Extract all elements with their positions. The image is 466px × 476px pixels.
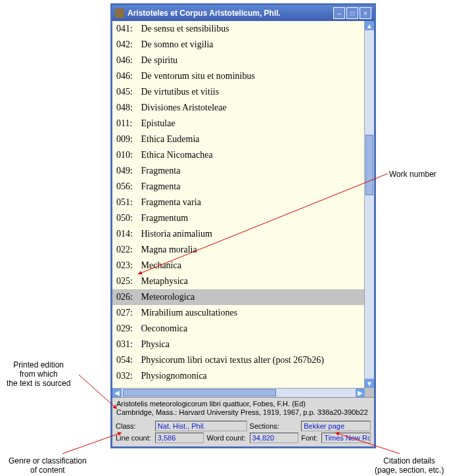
callout-citation: Citation details (page, section, etc.) bbox=[375, 456, 444, 475]
work-title: Epistulae bbox=[139, 118, 175, 128]
work-title: De virtutibus et vitiis bbox=[139, 87, 219, 97]
list-item[interactable]: 051: Fragmenta varia bbox=[112, 195, 364, 210]
biblio-line2: Cambridge, Mass.: Harvard University Pre… bbox=[116, 408, 370, 417]
linecount-value: 3,586 bbox=[155, 433, 204, 443]
work-title: De somno et vigilia bbox=[139, 39, 214, 49]
work-title: De sensu et sensibilibus bbox=[139, 24, 229, 34]
callout-printed-edition: Printed edition from which the text is s… bbox=[7, 360, 70, 388]
work-number: 025: bbox=[116, 275, 139, 288]
work-number: 045: bbox=[116, 85, 139, 99]
list-item[interactable]: 022: Magna moralia bbox=[112, 242, 364, 258]
titlebar: Aristoteles et Corpus Aristotelicum, Phi… bbox=[112, 5, 374, 21]
list-item[interactable]: 027: Mirabilium auscultationes bbox=[112, 305, 364, 321]
scroll-left-arrow-icon[interactable]: ◀ bbox=[112, 389, 122, 397]
hscroll-thumb[interactable] bbox=[123, 389, 276, 396]
work-title: Meteorologica bbox=[139, 292, 195, 302]
font-value: Times New Roman bbox=[321, 433, 371, 443]
work-title: Magna moralia bbox=[139, 245, 197, 254]
work-number: 010: bbox=[116, 149, 139, 162]
work-number: 046: bbox=[116, 54, 139, 67]
work-number: 027: bbox=[116, 306, 139, 320]
sections-label: Sections: bbox=[250, 422, 299, 430]
work-title: Fragmenta varia bbox=[139, 197, 201, 207]
list-item[interactable]: 014: Historia animalium bbox=[112, 226, 364, 242]
list-item[interactable]: 026: Meteorologica bbox=[112, 289, 364, 305]
work-title: Fragmenta bbox=[139, 181, 180, 191]
work-title: Ethica Nicomachea bbox=[139, 150, 213, 160]
vertical-scrollbar[interactable]: ▲ ▼ bbox=[364, 21, 374, 388]
list-item[interactable]: 054: Physicorum libri octavi textus alte… bbox=[112, 352, 364, 368]
work-number: 041: bbox=[116, 22, 139, 36]
close-button[interactable]: × bbox=[360, 7, 371, 19]
work-number: 009: bbox=[116, 133, 139, 146]
work-title: Ethica Eudemia bbox=[139, 134, 200, 144]
work-number: 022: bbox=[116, 243, 139, 256]
list-item[interactable]: 046: De ventorum situ et nominibus bbox=[112, 68, 364, 84]
work-title: Physicorum libri octavi textus alter (po… bbox=[139, 355, 324, 365]
class-value: Nat. Hist., Phil. bbox=[155, 421, 247, 431]
work-title: Mirabilium auscultationes bbox=[139, 308, 237, 318]
list-item[interactable]: 023: Mechanica bbox=[112, 258, 364, 274]
scroll-thumb[interactable] bbox=[365, 135, 373, 195]
work-number: 014: bbox=[116, 227, 139, 241]
list-item[interactable]: 045: De virtutibus et vitiis bbox=[112, 84, 364, 100]
work-number: 011: bbox=[116, 117, 139, 130]
font-label: Font: bbox=[301, 434, 319, 442]
wordcount-value: 34,820 bbox=[250, 433, 299, 443]
app-icon bbox=[115, 9, 124, 18]
scroll-right-arrow-icon[interactable]: ▶ bbox=[356, 389, 365, 397]
window-title: Aristoteles et Corpus Aristotelicum, Phi… bbox=[128, 9, 332, 18]
work-number: 029: bbox=[116, 322, 139, 335]
work-number: 032: bbox=[116, 369, 139, 383]
list-item[interactable]: 048: Divisiones Aristoteleae bbox=[112, 100, 364, 116]
bibliography: Aristotelis meteorologicorum libri quatt… bbox=[112, 398, 374, 419]
list-item[interactable]: 046: De spiritu bbox=[112, 53, 364, 68]
scroll-up-arrow-icon[interactable]: ▲ bbox=[365, 21, 374, 30]
list-item[interactable]: 025: Metaphysica bbox=[112, 274, 364, 289]
list-item[interactable]: 009: Ethica Eudemia bbox=[112, 131, 364, 147]
list-item[interactable]: 050: Fragmentum bbox=[112, 210, 364, 226]
biblio-line1: Aristotelis meteorologicorum libri quatt… bbox=[116, 400, 370, 408]
work-title: Fragmenta bbox=[139, 166, 180, 176]
work-number: 031: bbox=[116, 338, 139, 351]
callout-work-number: Work number bbox=[389, 170, 436, 179]
class-label: Class: bbox=[116, 422, 152, 430]
linecount-label: Line count: bbox=[116, 434, 152, 442]
callout-genre: Genre or classification of content bbox=[9, 456, 87, 475]
metadata-grid: Class: Nat. Hist., Phil. Sections: Bekke… bbox=[112, 419, 374, 446]
list-item[interactable]: 041: De sensu et sensibilibus bbox=[112, 21, 364, 37]
minimize-button[interactable]: – bbox=[333, 7, 345, 19]
work-title: Metaphysica bbox=[139, 276, 188, 286]
app-window: Aristoteles et Corpus Aristotelicum, Phi… bbox=[110, 3, 376, 448]
scroll-corner bbox=[365, 388, 374, 397]
work-number: 050: bbox=[116, 212, 139, 225]
work-number: 026: bbox=[116, 291, 139, 304]
list-item[interactable]: 056: Fragmenta bbox=[112, 179, 364, 195]
horizontal-scrollbar[interactable]: ◀ ▶ bbox=[112, 388, 365, 397]
list-item[interactable]: 031: Physica bbox=[112, 337, 364, 352]
list-item[interactable]: 042: De somno et vigilia bbox=[112, 37, 364, 53]
work-title: Physiognomonica bbox=[139, 371, 207, 381]
work-number: 056: bbox=[116, 180, 139, 193]
work-number: 049: bbox=[116, 164, 139, 178]
scroll-track[interactable] bbox=[365, 30, 374, 379]
hscroll-track[interactable] bbox=[122, 389, 356, 397]
list-item[interactable]: 032: Physiognomonica bbox=[112, 368, 364, 384]
work-number: 051: bbox=[116, 196, 139, 209]
work-title: Divisiones Aristoteleae bbox=[139, 103, 227, 112]
wordcount-label: Word count: bbox=[206, 434, 246, 442]
scroll-down-arrow-icon[interactable]: ▼ bbox=[365, 379, 374, 388]
work-title: Historia animalium bbox=[139, 229, 212, 239]
work-number: 048: bbox=[116, 101, 139, 114]
maximize-button[interactable]: □ bbox=[346, 7, 358, 19]
work-number: 046: bbox=[116, 70, 139, 83]
work-number: 054: bbox=[116, 354, 139, 367]
list-item[interactable]: 049: Fragmenta bbox=[112, 163, 364, 179]
list-item[interactable]: 029: Oeconomica bbox=[112, 321, 364, 337]
works-list[interactable]: 041: De sensu et sensibilibus042: De som… bbox=[112, 21, 364, 388]
info-panel: Aristotelis meteorologicorum libri quatt… bbox=[112, 397, 374, 446]
work-title: Physica bbox=[139, 339, 170, 349]
list-item[interactable]: 011: Epistulae bbox=[112, 116, 364, 131]
work-title: Oeconomica bbox=[139, 323, 187, 333]
list-item[interactable]: 010: Ethica Nicomachea bbox=[112, 147, 364, 163]
